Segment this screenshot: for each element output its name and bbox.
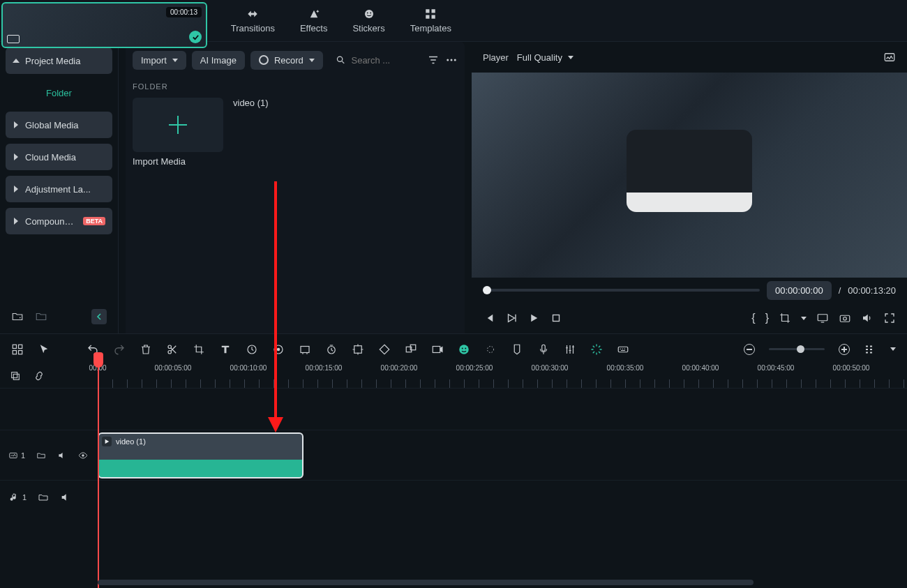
- record-dropdown[interactable]: Record: [250, 51, 323, 70]
- sparkle-icon[interactable]: [484, 343, 497, 356]
- svg-rect-22: [13, 350, 16, 354]
- volume-icon[interactable]: [861, 312, 874, 324]
- picture-icon[interactable]: [883, 51, 896, 63]
- tab-templates[interactable]: Templates: [406, 5, 456, 36]
- collapse-sidebar-button[interactable]: [91, 309, 107, 324]
- auto-ripple-icon[interactable]: [590, 343, 603, 356]
- sidebar-project-media[interactable]: Project Media: [6, 47, 112, 74]
- preview-viewport[interactable]: [472, 73, 907, 278]
- playhead[interactable]: [98, 364, 99, 588]
- visibility-icon[interactable]: [78, 450, 88, 461]
- media-clip-tile[interactable]: 00:00:13 video (1): [233, 98, 324, 167]
- crop-tool-icon[interactable]: [193, 343, 205, 356]
- chevron-down-icon[interactable]: [801, 317, 807, 320]
- zoom-out-button[interactable]: [744, 344, 755, 355]
- delete-icon[interactable]: [140, 343, 152, 356]
- media-panel: Import AI Image Record FOLDER: [126, 42, 465, 333]
- marker-icon[interactable]: [511, 343, 523, 356]
- sidebar-global-media[interactable]: Global Media: [6, 112, 112, 138]
- layout-icon[interactable]: [11, 343, 24, 356]
- zoom-in-button[interactable]: [839, 344, 850, 355]
- chevron-left-icon: [96, 313, 103, 320]
- stickers-icon: [361, 8, 377, 20]
- folder-link-icon[interactable]: [35, 310, 47, 323]
- sidebar-compound-clip[interactable]: Compound Clip BETA: [6, 208, 112, 234]
- display-icon[interactable]: [816, 312, 829, 324]
- timeline-scrollbar[interactable]: [98, 580, 754, 585]
- more-icon[interactable]: [445, 54, 458, 66]
- tab-effects[interactable]: Effects: [296, 5, 332, 36]
- group-icon[interactable]: [405, 343, 417, 356]
- folder-toggle-icon[interactable]: [36, 450, 46, 461]
- svg-point-28: [277, 347, 280, 351]
- voiceover-icon[interactable]: [537, 343, 550, 356]
- play-pause-icon[interactable]: [505, 312, 518, 324]
- scrub-bar[interactable]: [483, 289, 760, 292]
- split-icon[interactable]: [166, 343, 179, 356]
- prev-frame-icon[interactable]: [483, 312, 495, 324]
- chevron-down-icon[interactable]: [890, 347, 896, 351]
- filter-icon[interactable]: [427, 54, 440, 66]
- player-quality-select[interactable]: Full Quality: [517, 52, 574, 63]
- tab-stickers[interactable]: Stickers: [348, 5, 389, 36]
- record-label: Record: [274, 55, 303, 66]
- color-icon[interactable]: [272, 343, 285, 356]
- ai-face-icon[interactable]: [458, 343, 470, 356]
- keyboard-icon[interactable]: [617, 343, 629, 356]
- sidebar-cloud-media[interactable]: Cloud Media: [6, 144, 112, 170]
- timeline-clip[interactable]: video (1): [98, 432, 303, 478]
- transform-icon[interactable]: [352, 343, 364, 356]
- new-folder-icon[interactable]: [11, 310, 24, 323]
- tab-transitions[interactable]: Transitions: [227, 5, 279, 36]
- folder-toggle-icon[interactable]: [38, 492, 49, 503]
- video-track-icon[interactable]: [8, 450, 18, 461]
- sidebar-adjustment-layer[interactable]: Adjustment La...: [6, 176, 112, 202]
- search-wrap: [329, 54, 421, 66]
- audio-mix-icon[interactable]: [564, 343, 576, 356]
- mark-in-icon[interactable]: {: [751, 312, 755, 324]
- import-media-tile[interactable]: Import Media: [133, 98, 223, 167]
- audio-track[interactable]: 1: [0, 480, 907, 513]
- copy-track-icon[interactable]: [10, 370, 21, 382]
- fullscreen-icon[interactable]: [883, 312, 896, 324]
- track-view-icon[interactable]: [864, 343, 876, 356]
- link-track-icon[interactable]: [33, 370, 45, 382]
- render-icon[interactable]: [431, 343, 444, 356]
- zoom-slider[interactable]: [769, 348, 825, 350]
- cursor-icon[interactable]: [38, 343, 50, 356]
- ai-image-button[interactable]: AI Image: [192, 51, 245, 70]
- timeline-ruler[interactable]: 00:00 00:00:05:00 00:00:10:00 00:00:15:0…: [0, 364, 907, 388]
- text-tool-icon[interactable]: [219, 343, 232, 356]
- ruler-tick-label: 00:00:50:00: [833, 364, 870, 372]
- audio-track-body[interactable]: [96, 481, 907, 513]
- stop-icon[interactable]: [550, 312, 562, 324]
- time-sep: /: [839, 285, 841, 296]
- sidebar-folder[interactable]: Folder: [6, 80, 112, 106]
- keyframe-icon[interactable]: [378, 343, 391, 356]
- duration-icon[interactable]: [325, 343, 338, 356]
- svg-point-13: [451, 59, 453, 61]
- snapshot-icon[interactable]: [839, 312, 851, 324]
- import-media-thumb[interactable]: [133, 98, 223, 152]
- audio-track-index: 1: [22, 493, 27, 502]
- mute-track-icon[interactable]: [57, 450, 67, 461]
- search-icon[interactable]: [336, 54, 346, 66]
- speed-icon[interactable]: [246, 343, 258, 356]
- redo-icon[interactable]: [113, 343, 126, 356]
- crop-icon[interactable]: [779, 312, 791, 324]
- search-input[interactable]: [351, 55, 421, 66]
- freeze-icon[interactable]: [299, 343, 311, 356]
- play-icon[interactable]: [527, 312, 540, 324]
- import-dropdown[interactable]: Import: [133, 51, 186, 70]
- svg-point-12: [447, 59, 449, 61]
- media-clip-thumb[interactable]: 00:00:13: [1, 2, 207, 48]
- video-track[interactable]: 1 video (1): [0, 430, 907, 480]
- mute-track-icon[interactable]: [60, 492, 71, 503]
- scrub-knob[interactable]: [483, 286, 491, 294]
- tab-stickers-label: Stickers: [352, 23, 384, 33]
- video-track-body[interactable]: video (1): [96, 430, 907, 480]
- svg-point-14: [454, 59, 456, 61]
- mark-out-icon[interactable]: }: [765, 312, 769, 324]
- zoom-knob[interactable]: [797, 345, 804, 353]
- audio-track-icon[interactable]: [8, 492, 20, 503]
